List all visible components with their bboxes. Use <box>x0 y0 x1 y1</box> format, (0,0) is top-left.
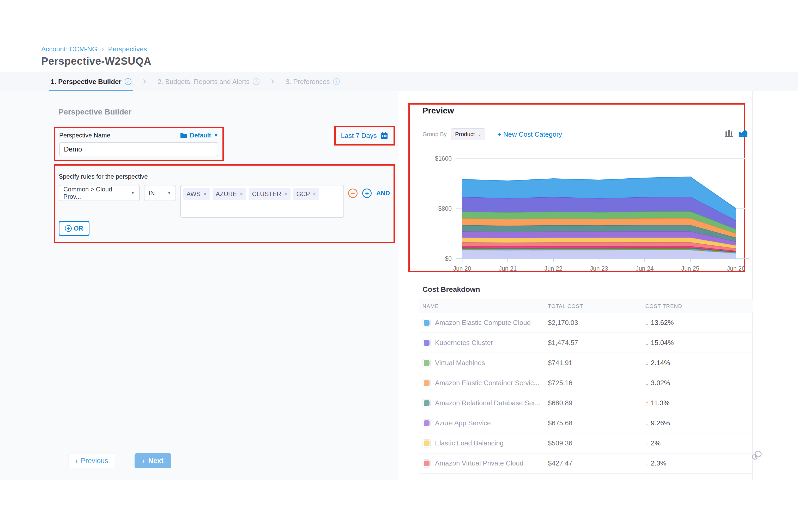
remove-rule-button[interactable]: − <box>348 189 358 198</box>
row-cost-trend: ↓9.26% <box>645 419 753 427</box>
trend-percent: 13.62% <box>651 319 674 327</box>
next-button[interactable]: › Next <box>135 453 171 468</box>
breadcrumb-perspectives-link[interactable]: Perspectives <box>108 45 147 53</box>
chart-type-toggles <box>724 128 748 138</box>
chip-remove-icon[interactable]: × <box>240 190 243 198</box>
chip-label: AZURE <box>216 190 237 198</box>
chip-label: CLUSTER <box>252 190 281 198</box>
rule-field-select[interactable]: Common > Cloud Prov... ▼ <box>59 185 140 201</box>
area-chart-toggle-icon[interactable] <box>738 128 748 138</box>
table-row[interactable]: Kubernetes Cluster$1,474.57↓15.04% <box>419 333 753 353</box>
caret-down-icon: ▼ <box>131 190 135 195</box>
rule-field-value: Common > Cloud Prov... <box>63 186 127 200</box>
new-cost-category-button[interactable]: + New Cost Category <box>497 130 562 138</box>
perspective-name-label: Perspective Name <box>59 132 110 139</box>
info-icon: i <box>253 78 260 85</box>
chevron-right-icon: › <box>143 75 146 88</box>
page-header: Account: CCM-NG › Perspectives Perspecti… <box>0 0 798 72</box>
row-cost-trend: ↓2.14% <box>645 359 753 367</box>
table-row[interactable]: Azure App Service$675.68↓9.26% <box>419 413 753 433</box>
table-row[interactable]: Elastic Load Balancing$509.36↓2% <box>419 433 753 454</box>
chat-help-icon[interactable] <box>752 449 764 461</box>
rules-label: Specify rules for the perspective <box>59 173 390 180</box>
name-cell: Elastic Load Balancing <box>422 439 548 448</box>
name-cell: Kubernetes Cluster <box>422 339 548 347</box>
table-row[interactable]: Amazon Relational Database Ser...$680.89… <box>419 393 753 413</box>
annotation-box-perspective-name: Perspective Name Default ▼ <box>54 127 224 161</box>
builder-section-title: Perspective Builder <box>58 108 131 116</box>
table-row[interactable]: Amazon Elastic Compute Cloud$2,170.03↓13… <box>419 313 753 333</box>
tab-preferences[interactable]: 3. Preferences i <box>284 72 341 91</box>
breadcrumb-account-link[interactable]: Account: CCM-NG <box>41 45 97 53</box>
trend-percent: 2% <box>651 439 661 447</box>
wizard-nav: ‹ Previous › Next <box>68 453 171 468</box>
rule-value-chip: CLUSTER× <box>249 188 290 200</box>
name-cell: Amazon Elastic Container Servic... <box>422 379 548 387</box>
row-total-cost: $1,474.57 <box>548 339 645 347</box>
add-or-rule-button[interactable]: + OR <box>59 221 90 236</box>
row-cost-trend: ↑11.3% <box>645 399 753 407</box>
row-cost-trend: ↓2% <box>645 439 753 447</box>
caret-down-icon: ▼ <box>167 190 171 195</box>
svg-text:$800: $800 <box>438 205 452 212</box>
preview-panel: Preview Group By Product ⌄ + New Cost Ca… <box>398 91 753 480</box>
trend-down-icon: ↓ <box>645 459 649 467</box>
name-cell: Virtual Machines <box>422 359 548 367</box>
chevron-left-icon: ‹ <box>75 457 78 465</box>
chip-label: AWS <box>187 190 201 198</box>
row-name: Amazon Relational Database Ser... <box>435 399 540 407</box>
chevron-right-icon: › <box>142 457 145 465</box>
rule-values-input[interactable]: AWS×AZURE×CLUSTER×GCP× <box>180 185 344 218</box>
folder-select[interactable]: Default ▼ <box>180 132 218 139</box>
chip-remove-icon[interactable]: × <box>312 190 316 198</box>
row-total-cost: $427.47 <box>548 459 645 467</box>
series-color-swatch <box>422 339 431 347</box>
column-header-cost-trend: COST TREND <box>645 303 753 309</box>
trend-percent: 3.02% <box>651 379 670 387</box>
row-name: Amazon Virtual Private Cloud <box>435 459 524 467</box>
cost-breakdown-table: NAME TOTAL COST COST TREND Amazon Elasti… <box>419 299 753 474</box>
tab-label: 3. Preferences <box>286 78 330 86</box>
chevron-down-icon: ⌄ <box>478 132 481 137</box>
row-total-cost: $741.91 <box>548 359 645 367</box>
row-total-cost: $675.68 <box>548 419 645 427</box>
perspective-name-input[interactable] <box>59 142 218 156</box>
previous-button[interactable]: ‹ Previous <box>68 453 115 468</box>
svg-text:Jun 25: Jun 25 <box>681 265 699 272</box>
chip-remove-icon[interactable]: × <box>284 190 287 198</box>
add-rule-button[interactable]: + <box>362 189 372 198</box>
trend-down-icon: ↓ <box>645 359 649 367</box>
tab-label: 2. Budgets, Reports and Alerts <box>157 78 250 86</box>
table-row[interactable]: Amazon Virtual Private Cloud$427.47↓2.3% <box>419 454 753 474</box>
row-cost-trend: ↓2.3% <box>645 459 753 467</box>
trend-down-icon: ↓ <box>645 379 649 387</box>
svg-text:Jun 22: Jun 22 <box>544 265 562 272</box>
tab-label: 1. Perspective Builder <box>51 78 121 86</box>
perspective-builder-page: Account: CCM-NG › Perspectives Perspecti… <box>0 0 798 532</box>
preview-toolbar: Group By Product ⌄ + New Cost Category <box>422 128 562 140</box>
row-name: Kubernetes Cluster <box>435 339 493 347</box>
breadcrumb: Account: CCM-NG › Perspectives <box>41 45 147 53</box>
row-name: Elastic Load Balancing <box>435 439 504 447</box>
date-range-picker[interactable]: Last 7 Days <box>334 126 395 146</box>
row-cost-trend: ↓15.04% <box>645 339 753 347</box>
name-cell: Amazon Virtual Private Cloud <box>422 459 548 468</box>
table-row[interactable]: Amazon Elastic Container Servic...$725.1… <box>419 373 753 393</box>
folder-label: Default <box>190 132 211 139</box>
rule-value-chip: GCP× <box>293 188 319 200</box>
cost-preview-chart[interactable]: $0$800$1600Jun 20Jun 21Jun 22Jun 23Jun 2… <box>425 147 749 272</box>
row-name: Amazon Elastic Compute Cloud <box>435 319 531 327</box>
tab-perspective-builder[interactable]: 1. Perspective Builder i <box>49 72 133 91</box>
series-color-swatch <box>422 319 431 327</box>
group-by-select[interactable]: Product ⌄ <box>451 128 485 140</box>
rule-operator-select[interactable]: IN ▼ <box>144 185 176 201</box>
info-icon: i <box>333 78 340 85</box>
table-row[interactable]: Virtual Machines$741.91↓2.14% <box>419 353 753 373</box>
bar-chart-toggle-icon[interactable] <box>724 128 734 138</box>
trend-percent: 9.26% <box>651 419 670 427</box>
svg-text:$0: $0 <box>445 255 452 262</box>
chip-remove-icon[interactable]: × <box>203 190 207 198</box>
tab-budgets-reports-alerts[interactable]: 2. Budgets, Reports and Alerts i <box>156 72 261 91</box>
breadcrumb-separator: › <box>101 45 104 53</box>
trend-up-icon: ↑ <box>645 399 649 407</box>
